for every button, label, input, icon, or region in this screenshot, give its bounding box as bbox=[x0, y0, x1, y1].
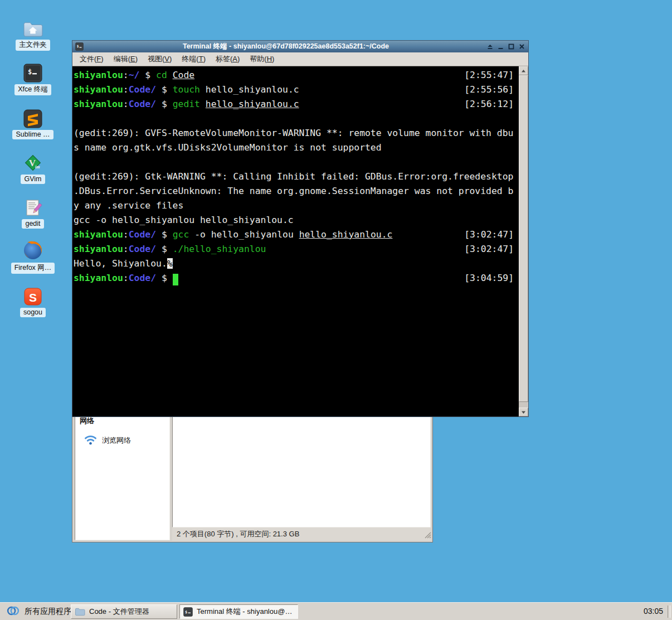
terminal-line: Hello, Shiyanlou.% bbox=[74, 256, 519, 271]
menu-item-v[interactable]: 视图(V) bbox=[143, 52, 177, 66]
svg-text:im: im bbox=[35, 164, 40, 169]
terminal-text: $ bbox=[156, 244, 173, 254]
terminal-text: Code/ bbox=[129, 99, 156, 109]
terminal-timestamp: [3:02:47] bbox=[464, 242, 514, 256]
terminal-text: $ bbox=[139, 70, 156, 80]
terminal-line: shiyanlou:Code/ $ ./hello_shiyanlou[3:02… bbox=[74, 242, 519, 256]
menu-item-t[interactable]: 终端(T) bbox=[177, 52, 211, 66]
terminal-text: (gedit:269): GVFS-RemoteVolumeMonitor-WA… bbox=[74, 128, 513, 138]
terminal-line: shiyanlou:Code/ $ [3:04:59] bbox=[74, 271, 519, 285]
terminal-window-icon: $ bbox=[75, 42, 84, 51]
scroll-down-icon[interactable] bbox=[519, 408, 528, 416]
terminal-titlebar[interactable]: $ Terminal 终端 - shiyanlou@67d78f029225ae… bbox=[72, 41, 528, 52]
terminal-line: shiyanlou:Code/ $ gedit hello_shiyanlou.… bbox=[74, 97, 519, 112]
gvim-icon: Vim bbox=[23, 151, 43, 173]
terminal-text: shiyanlou bbox=[74, 229, 123, 240]
terminal-text: Hello, Shiyanlou. bbox=[74, 258, 167, 269]
desktop-icon-sublime-text[interactable]: Sublime … bbox=[4, 106, 61, 139]
applications-menu-button[interactable]: 所有应用程序 bbox=[3, 603, 75, 620]
shade-button[interactable] bbox=[485, 41, 495, 52]
desktop-icon-xfce-terminal[interactable]: $Xfce 终端 bbox=[4, 60, 61, 95]
terminal-window: $ Terminal 终端 - shiyanlou@67d78f029225ae… bbox=[72, 40, 529, 417]
terminal-text: shiyanlou bbox=[74, 70, 123, 80]
taskbar-window-button-terminal[interactable]: $Terminal 终端 - shiyanlou@… bbox=[179, 604, 298, 619]
resize-grip-icon[interactable] bbox=[424, 531, 431, 541]
terminal-line: s name org.gtk.vfs.UDisks2VolumeMonitor … bbox=[74, 141, 519, 155]
menu-item-f[interactable]: 文件(F) bbox=[75, 52, 109, 66]
terminal-text: hello_shiyanlou.c bbox=[299, 229, 393, 240]
terminal-text: Code bbox=[173, 70, 194, 80]
terminal-line bbox=[74, 155, 519, 169]
terminal-text: gedit bbox=[173, 99, 206, 109]
maximize-button[interactable] bbox=[507, 41, 516, 52]
menu-item-e[interactable]: 编辑(E) bbox=[109, 52, 143, 66]
terminal-line: y any .service files bbox=[74, 198, 519, 213]
desktop-icon-label: Sublime … bbox=[12, 130, 53, 139]
applications-menu-label: 所有应用程序 bbox=[25, 607, 71, 617]
terminal-text: : bbox=[123, 84, 129, 95]
home-folder-icon bbox=[22, 16, 43, 38]
desktop-icon-home-folder[interactable]: 主文件夹 bbox=[4, 16, 61, 51]
desktop-icon-label: GVim bbox=[21, 175, 45, 184]
terminal-text: : bbox=[123, 229, 129, 240]
terminal-text: -o hello_shiyanlou bbox=[194, 229, 299, 240]
desktop-icon-gedit[interactable]: gedit bbox=[4, 195, 61, 229]
file-manager-window: 网络 浏览网络 2 个项目(80 字节) , 可用空间: 21.3 GB bbox=[72, 399, 433, 542]
scroll-up-icon[interactable] bbox=[519, 66, 528, 75]
terminal-text: Code/ bbox=[129, 244, 156, 254]
menu-item-h[interactable]: 帮助(H) bbox=[245, 52, 279, 66]
terminal-timestamp: [3:02:47] bbox=[464, 227, 514, 242]
terminal-line: (gedit:269): Gtk-WARNING **: Calling Inh… bbox=[74, 169, 519, 184]
desktop-icon-sogou[interactable]: Ssogou bbox=[4, 284, 61, 317]
terminal-window-title: Terminal 终端 - shiyanlou@67d78f029225ae8d… bbox=[86, 42, 485, 51]
terminal-text: % bbox=[167, 258, 173, 269]
terminal-icon: $ bbox=[183, 607, 193, 617]
terminal-line: (gedit:269): GVFS-RemoteVolumeMonitor-WA… bbox=[74, 126, 519, 141]
close-button[interactable] bbox=[517, 41, 527, 52]
terminal-line bbox=[74, 112, 519, 126]
svg-text:$: $ bbox=[185, 609, 187, 614]
terminal-timestamp: [2:55:47] bbox=[464, 68, 514, 83]
terminal-line: gcc -o hello_shiyanlou hello_shiyanlou.c bbox=[74, 213, 519, 227]
terminal-line: shiyanlou:~/ $ cd Code[2:55:47] bbox=[74, 68, 519, 83]
desktop-icon-label: gedit bbox=[22, 219, 43, 229]
clock[interactable]: 03:05 bbox=[644, 603, 663, 620]
terminal-text: ./hello_shiyanlou bbox=[173, 244, 266, 254]
desktop-icon-gvim[interactable]: VimGVim bbox=[4, 151, 61, 184]
sidebar-section-network: 网络 bbox=[80, 416, 169, 426]
sidebar-item-browse-network[interactable]: 浏览网络 bbox=[84, 434, 169, 447]
taskbar: 所有应用程序 Code - 文件管理器$Terminal 终端 - shiyan… bbox=[0, 602, 672, 620]
terminal-menubar: 文件(F)编辑(E)视图(V)终端(T)标签(A)帮助(H) bbox=[72, 52, 528, 66]
desktop-icon-label: 主文件夹 bbox=[16, 40, 50, 51]
terminal-text: : bbox=[123, 244, 129, 254]
gedit-icon bbox=[23, 195, 42, 217]
terminal-text: shiyanlou bbox=[74, 99, 123, 109]
terminal-text: $ bbox=[156, 273, 173, 283]
terminal-screen[interactable]: shiyanlou:~/ $ cd Code[2:55:47]shiyanlou… bbox=[72, 66, 528, 416]
svg-text:$: $ bbox=[77, 44, 79, 48]
terminal-text: : bbox=[123, 273, 129, 283]
desktop-icon-firefox[interactable]: Firefox 网… bbox=[4, 239, 61, 274]
terminal-text: shiyanlou bbox=[74, 273, 123, 283]
scrollbar-thumb[interactable] bbox=[519, 75, 528, 402]
minimize-button[interactable] bbox=[496, 41, 505, 52]
terminal-text: gcc bbox=[173, 229, 194, 240]
terminal-text: $ bbox=[156, 229, 173, 240]
desktop-icon-label: Xfce 终端 bbox=[14, 84, 51, 95]
terminal-text: touch bbox=[173, 84, 206, 95]
terminal-text: shiyanlou bbox=[74, 84, 123, 95]
menu-item-a[interactable]: 标签(A) bbox=[211, 52, 245, 66]
xfce-terminal-icon: $ bbox=[23, 60, 42, 83]
terminal-scrollbar[interactable] bbox=[519, 66, 528, 416]
sublime-text-icon bbox=[23, 106, 42, 128]
file-list-area[interactable] bbox=[172, 413, 431, 527]
terminal-text: $ bbox=[156, 84, 173, 95]
terminal-text: hello_shiyanlou.c bbox=[206, 84, 299, 95]
terminal-timestamp: [2:56:12] bbox=[464, 97, 514, 112]
panel-handle[interactable] bbox=[668, 606, 670, 618]
terminal-text: (gedit:269): Gtk-WARNING **: Calling Inh… bbox=[74, 171, 513, 182]
taskbar-window-button-file-manager[interactable]: Code - 文件管理器 bbox=[71, 604, 177, 619]
terminal-text: Code/ bbox=[129, 229, 156, 240]
statusbar: 2 个项目(80 字节) , 可用空间: 21.3 GB bbox=[172, 527, 431, 541]
folder-icon bbox=[75, 607, 85, 616]
